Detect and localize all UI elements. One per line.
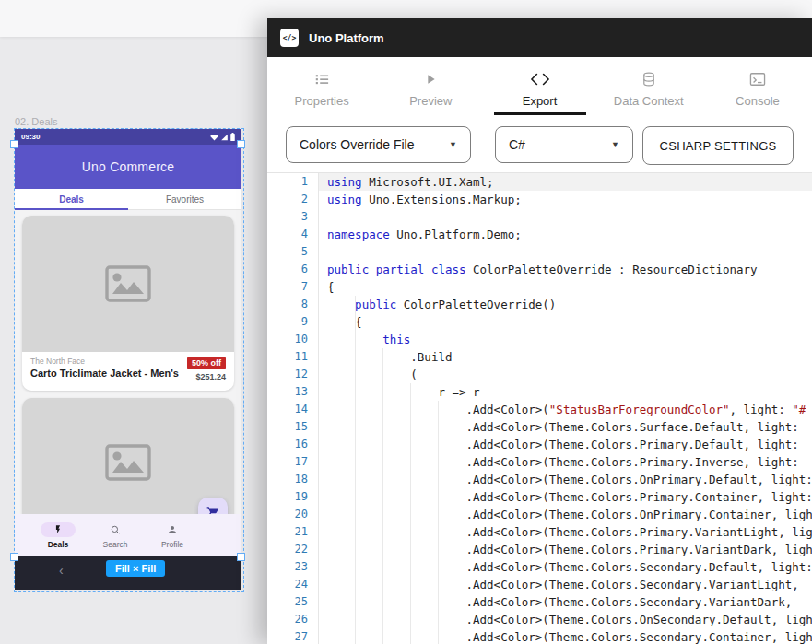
code-line: 20 .Add<Color>(Theme.Colors.OnPrimary.Co… [267, 506, 812, 523]
tab-label: Console [736, 94, 780, 108]
line-number: 10 [267, 331, 308, 348]
line-number: 8 [267, 296, 308, 313]
code-line: 15 .Add<Color>(Theme.Colors.Surface.Defa… [267, 418, 812, 436]
line-number: 19 [267, 488, 308, 506]
indent-guide [438, 401, 439, 644]
line-content: { [327, 313, 362, 331]
product-card[interactable] [22, 398, 234, 514]
code-line: 26 .Add<Color>(Theme.Colors.OnSecondary.… [267, 611, 812, 628]
csharp-settings-button[interactable]: CSHARP SETTINGS [642, 126, 794, 165]
terminal-icon [749, 71, 766, 88]
frame-label[interactable]: 02. Deals [15, 116, 57, 127]
line-number: 27 [267, 628, 308, 644]
line-content: public ColorPaletteOverride() [327, 296, 556, 313]
image-placeholder-icon [103, 442, 153, 483]
nav-item-profile[interactable]: Profile [144, 514, 201, 556]
product-card[interactable]: The North Face Carto Triclimate Jacket -… [22, 216, 234, 391]
language-dropdown-value: C# [509, 137, 525, 152]
signal-icon [220, 134, 229, 141]
tab-favorites[interactable]: Favorites [128, 189, 241, 209]
wifi-icon [210, 134, 218, 141]
line-number: 23 [267, 558, 308, 576]
tab-properties[interactable]: Properties [267, 57, 376, 115]
line-content: .Add<Color>(Theme.Colors.Surface.Default… [327, 418, 806, 436]
line-number: 17 [267, 453, 308, 471]
code-line: 11 .Build [267, 348, 812, 366]
export-toolbar: Colors Override File ▼ C# ▼ CSHARP SETTI… [267, 115, 812, 172]
selection-handle-bottom-left[interactable] [10, 553, 18, 561]
file-dropdown-value: Colors Override File [300, 137, 414, 152]
code-line: 23 .Add<Color>(Theme.Colors.Secondary.De… [267, 558, 812, 576]
code-line: 10 this [267, 331, 812, 348]
line-content: namespace Uno.Platform.Demo; [327, 226, 522, 243]
tab-export[interactable]: Export [485, 57, 594, 115]
status-bar: 09:30 [15, 129, 241, 145]
tab-deals[interactable]: Deals [15, 189, 128, 209]
product-title: Carto Triclimate Jacket - Men's [30, 368, 179, 379]
file-dropdown[interactable]: Colors Override File ▼ [286, 126, 471, 163]
code-line: 13 r => r [267, 383, 812, 401]
line-number: 14 [267, 401, 308, 418]
code-line: 18 .Add<Color>(Theme.Colors.OnPrimary.De… [267, 471, 812, 488]
nav-icon-slot [155, 522, 190, 537]
line-number: 12 [267, 366, 308, 383]
code-line: 16 .Add<Color>(Theme.Colors.Primary.Defa… [267, 436, 812, 453]
search-icon [110, 524, 121, 535]
line-content: this [327, 331, 410, 348]
selection-divider-line [15, 556, 241, 556]
phone-tab-bar: Deals Favorites [15, 189, 241, 210]
code-editor[interactable]: 1using Microsoft.UI.Xaml;2using Uno.Exte… [267, 173, 812, 644]
status-time: 09:30 [21, 133, 40, 141]
product-image-placeholder [22, 216, 234, 352]
panel-header: </> Uno Platform [267, 18, 812, 57]
code-line: 7{ [267, 278, 812, 296]
selection-handle-top-right[interactable] [237, 140, 245, 148]
indent-guide [355, 296, 356, 644]
nav-label: Profile [161, 540, 183, 549]
line-number: 3 [267, 208, 308, 226]
tab-console[interactable]: Console [703, 57, 812, 115]
tab-preview[interactable]: Preview [376, 57, 485, 115]
line-number: 24 [267, 576, 308, 593]
code-line: 14 .Add<Color>("StatusBarForegroundColor… [267, 401, 812, 418]
nav-item-search[interactable]: Search [87, 514, 144, 556]
nav-item-deals[interactable]: Deals [29, 514, 87, 556]
tab-data-context[interactable]: Data Context [594, 57, 703, 115]
code-line: 25 .Add<Color>(Theme.Colors.Secondary.Va… [267, 593, 812, 611]
tab-label: Export [523, 94, 558, 108]
line-number: 11 [267, 348, 308, 366]
line-number: 13 [267, 383, 308, 401]
line-content: .Add<Color>(Theme.Colors.Primary.Default… [327, 436, 806, 453]
back-chevron-icon[interactable]: ‹ [59, 563, 64, 578]
panel-title: Uno Platform [309, 31, 384, 45]
line-number: 2 [267, 191, 308, 208]
gutter-separator [318, 173, 319, 644]
line-content: using Uno.Extensions.Markup; [327, 191, 522, 208]
database-icon [641, 71, 656, 88]
code-line: 5 [267, 243, 812, 261]
panel-tab-bar: Properties Preview Export Data Context [267, 57, 812, 115]
code-line: 12 ( [267, 366, 812, 383]
chevron-down-icon: ▼ [449, 140, 457, 149]
app-bar[interactable]: Uno Commerce [15, 145, 241, 189]
line-content: .Add<Color>("StatusBarForegroundColor", … [327, 401, 806, 418]
line-number: 21 [267, 523, 308, 541]
line-content: .Build [327, 348, 452, 366]
language-dropdown[interactable]: C# ▼ [495, 126, 633, 163]
line-number: 1 [267, 173, 308, 191]
selection-handle-top-left[interactable] [10, 140, 18, 148]
selection-handle-bottom-right[interactable] [237, 553, 245, 561]
indent-guide [382, 348, 383, 644]
line-number: 6 [267, 261, 308, 278]
discount-badge: 50% off [187, 357, 226, 369]
indent-guide [410, 383, 411, 644]
code-line: 6public partial class ColorPaletteOverri… [267, 261, 812, 278]
nav-label: Deals [48, 540, 69, 549]
line-number: 7 [267, 278, 308, 296]
list-icon [313, 71, 330, 88]
tab-label: Preview [409, 94, 452, 108]
line-content: .Add<Color>(Theme.Colors.Secondary.Conta… [327, 628, 812, 644]
deals-list: The North Face Carto Triclimate Jacket -… [15, 210, 241, 514]
phone-frame[interactable]: 09:30 Uno Commerce Deals Favorites [15, 129, 241, 590]
code-line: 19 .Add<Color>(Theme.Colors.Primary.Cont… [267, 488, 812, 506]
